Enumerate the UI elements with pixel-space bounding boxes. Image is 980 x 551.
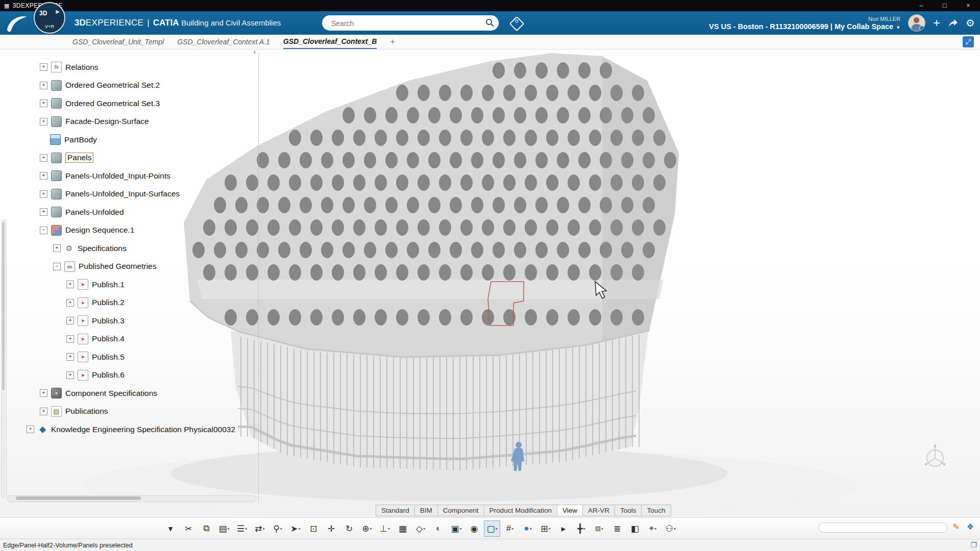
tree-item-partbody[interactable]: PartBody xyxy=(0,131,235,149)
tree-item-label[interactable]: Panels-Unfolded_Input-Surfaces xyxy=(65,189,180,198)
tree-item-label[interactable]: Published Geometries xyxy=(79,262,157,271)
tree-item-label[interactable]: Publish.6 xyxy=(92,370,125,380)
rotate-icon[interactable]: ↻ xyxy=(341,520,357,537)
tag-icon[interactable] xyxy=(509,16,525,32)
ribbon-tab-product-modification[interactable]: Product Modification xyxy=(484,505,557,516)
dropdown-arrow-icon[interactable]: ▾ xyxy=(280,527,282,531)
tree-item-label[interactable]: Design Sequence.1 xyxy=(65,226,134,235)
dropdown-arrow-icon[interactable]: ▾ xyxy=(530,527,532,531)
expand-icon[interactable]: + xyxy=(40,208,47,216)
dropdown-arrow-icon[interactable]: ▾ xyxy=(460,527,462,531)
vertical-scrollbar[interactable] xyxy=(1,219,7,498)
tree-item-relations[interactable]: +fxRelations xyxy=(0,58,235,77)
tree-item-label[interactable]: Knowledge Engineering Specification Phys… xyxy=(51,425,235,434)
expand-icon[interactable]: + xyxy=(40,408,47,415)
expand-icon[interactable]: + xyxy=(27,425,34,433)
update-icon[interactable]: ⇄▾ xyxy=(252,520,268,537)
capture-icon[interactable]: ▢▾ xyxy=(484,520,500,537)
tree-item-label[interactable]: Component Specifications xyxy=(65,389,157,398)
add-content-button[interactable]: + xyxy=(933,18,940,28)
tree-item-specifications[interactable]: +⚙Specifications xyxy=(0,239,235,258)
search-input[interactable] xyxy=(330,17,480,30)
ribbon-tab-standard[interactable]: Standard xyxy=(376,505,415,516)
expand-icon[interactable]: + xyxy=(40,118,47,126)
dropdown-arrow-icon[interactable]: ▾ xyxy=(511,527,513,531)
dropdown-arrow-icon[interactable]: ▾ xyxy=(245,527,247,531)
iso-view-icon[interactable]: ◇▾ xyxy=(412,520,429,537)
dropdown-arrow-icon[interactable]: ▾ xyxy=(496,527,498,531)
share-icon[interactable] xyxy=(948,18,958,28)
tree-item-publish-3[interactable]: +➤Publish.3 xyxy=(0,312,235,330)
tree-item-ordered-geometrical-set-3[interactable]: +Ordered Geometrical Set.3 xyxy=(0,94,235,113)
close-button[interactable]: × xyxy=(957,0,980,11)
fullscreen-icon[interactable]: ⤢ xyxy=(963,36,974,47)
dropdown-arrow-icon[interactable]: ▾ xyxy=(299,527,301,531)
tab-gsd-cloverleaf-context-b[interactable]: GSD_Cloverleaf_Context_B xyxy=(283,35,377,49)
tree-item-label[interactable]: Publish.4 xyxy=(92,334,125,343)
collapse-icon[interactable]: − xyxy=(40,227,47,234)
more-arrow-icon[interactable]: ▸ xyxy=(555,520,572,537)
dropdown-arrow-icon[interactable]: ▾ xyxy=(228,527,230,531)
normal-view-icon[interactable]: ⊥▾ xyxy=(377,520,393,537)
search-icon[interactable] xyxy=(485,18,494,29)
ribbon-tab-component[interactable]: Component xyxy=(437,505,484,516)
shaded-view-icon[interactable]: ◧ xyxy=(627,520,643,537)
collapse-toolbar-icon[interactable]: ▾ xyxy=(162,520,179,537)
fit-all-in-icon[interactable]: ⊡ xyxy=(305,520,322,537)
tree-item-label[interactable]: Publish.5 xyxy=(92,353,125,362)
workspace-block[interactable]: Nuri MILLER VS US - Boston - R1132100006… xyxy=(709,16,900,31)
hide-show-icon[interactable]: ◉ xyxy=(466,520,482,537)
expand-icon[interactable]: + xyxy=(66,371,74,379)
compass-3d-icon[interactable]: 3D ▶ V+R xyxy=(34,2,65,34)
splitter-collapse-icon[interactable]: ‹ xyxy=(251,49,258,56)
collab-space-selector[interactable]: VS US - Boston - R1132100006599 | My Col… xyxy=(709,22,900,31)
expand-icon[interactable]: + xyxy=(40,99,47,107)
expand-icon[interactable]: + xyxy=(40,389,47,397)
search-box[interactable] xyxy=(322,15,499,31)
search-zoom-icon[interactable]: ⚲▾ xyxy=(270,520,286,537)
tree-item-publish-2[interactable]: +➤Publish.2 xyxy=(0,294,235,312)
tree-item-label[interactable]: Ordered Geometrical Set.3 xyxy=(65,99,160,108)
expand-icon[interactable]: + xyxy=(40,172,47,180)
tree-item-label[interactable]: Panels-Unfolded xyxy=(65,208,124,217)
tree-item-facade-design-surface[interactable]: +Facade-Design-Surface xyxy=(0,113,235,131)
tree-item-label[interactable]: Panels-Unfolded_Input-Points xyxy=(65,171,170,181)
settings-gear-icon[interactable]: ⚙ xyxy=(966,18,975,28)
horizontal-scrollbar-thumb[interactable] xyxy=(16,496,141,500)
tree-item-publications[interactable]: +▤Publications xyxy=(0,403,235,421)
avatar[interactable] xyxy=(908,14,925,32)
expand-icon[interactable]: + xyxy=(40,154,47,162)
tree-item-knowledge-engineering-specification-physical00032[interactable]: +◆Knowledge Engineering Specification Ph… xyxy=(0,420,235,439)
tree-item-label[interactable]: PartBody xyxy=(64,135,97,144)
grid-icon[interactable]: ⊞▾ xyxy=(537,520,554,537)
fly-mode-icon[interactable]: ➤▾ xyxy=(287,520,304,537)
zoom-icon[interactable]: ⊕▾ xyxy=(359,520,375,537)
expand-icon[interactable]: + xyxy=(40,63,47,71)
horizontal-scrollbar[interactable] xyxy=(7,495,256,502)
copy-icon[interactable]: ⧉ xyxy=(198,520,214,537)
paste-icon[interactable]: ▤▾ xyxy=(216,520,232,537)
expand-icon[interactable]: + xyxy=(66,317,74,324)
render-style-icon[interactable]: ▣▾ xyxy=(448,520,464,537)
ribbon-tab-bim[interactable]: BIM xyxy=(414,505,438,516)
ribbon-tab-tools[interactable]: Tools xyxy=(615,505,642,516)
assembly-icon[interactable]: ⧈▾ xyxy=(591,520,607,537)
tree-splitter[interactable] xyxy=(258,53,259,502)
expand-icon[interactable]: + xyxy=(53,244,61,252)
status-corner-icon[interactable]: ❐ xyxy=(970,541,977,549)
dropdown-arrow-icon[interactable]: ▾ xyxy=(370,527,372,531)
tree-item-label[interactable]: Ordered Geometrical Set.2 xyxy=(65,81,160,90)
tree-item-published-geometries[interactable]: −∞Published Geometries xyxy=(0,258,235,276)
tree-item-publish-6[interactable]: +➤Publish.6 xyxy=(0,366,235,385)
dropdown-arrow-icon[interactable]: ▾ xyxy=(674,527,676,531)
edit-pencil-icon[interactable]: ✎ xyxy=(953,522,960,532)
tree-item-label[interactable]: Publish.3 xyxy=(92,316,125,325)
tree-item-panels[interactable]: +Panels xyxy=(0,149,235,167)
expand-icon[interactable]: + xyxy=(66,281,74,288)
tree-item-label[interactable]: Publish.1 xyxy=(92,280,125,289)
collapse-icon[interactable]: − xyxy=(53,263,61,270)
tab-gsd-cloverleaf-context-a-1[interactable]: GSD_Cloverleaf_Context A.1 xyxy=(177,35,270,48)
tree-item-publish-1[interactable]: +➤Publish.1 xyxy=(0,276,235,294)
pan-icon[interactable]: ✛ xyxy=(323,520,339,537)
measure-icon[interactable]: ⌖▾ xyxy=(645,520,661,537)
